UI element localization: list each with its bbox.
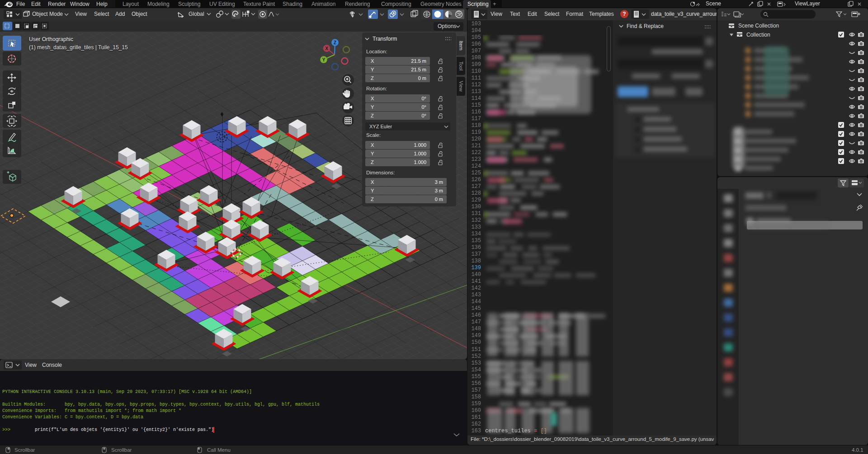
- svg-text:Z: Z: [334, 40, 336, 45]
- svg-text:Y: Y: [322, 57, 326, 62]
- svg-text:X: X: [325, 46, 328, 51]
